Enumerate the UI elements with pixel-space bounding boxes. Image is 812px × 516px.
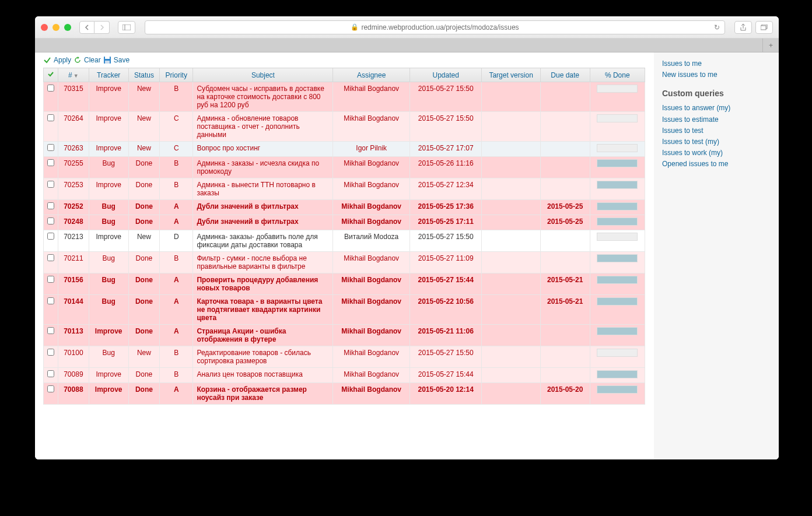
table-row[interactable]: 70100BugNewBРедактирование товаров - сби…: [44, 346, 645, 368]
cell-subject[interactable]: Проверить процедуру добавления новых тов…: [193, 273, 333, 295]
row-checkbox[interactable]: [47, 233, 54, 240]
minimize-window-button[interactable]: [52, 24, 60, 31]
table-row[interactable]: 70252BugDoneAДубли значений в фитльтрахM…: [44, 200, 645, 215]
table-row[interactable]: 70213ImproveNewDАдминка- заказы- добавит…: [44, 230, 645, 252]
cell-subject[interactable]: Дубли значений в фитльтрах: [193, 200, 333, 215]
row-checkbox[interactable]: [47, 181, 54, 188]
table-row[interactable]: 70264ImproveNewCАдминка - обновление тов…: [44, 112, 645, 142]
cell-subject[interactable]: Анализ цен товаров поставщика: [193, 368, 333, 383]
cell-assignee[interactable]: Mikhail Bogdanov: [333, 325, 410, 346]
row-checkbox[interactable]: [47, 254, 54, 261]
col-target-version[interactable]: Target version: [482, 68, 541, 82]
sidebar-toggle-button[interactable]: [118, 21, 135, 34]
cell-subject[interactable]: Админка - вынести ТТН потоварно в заказы: [193, 178, 333, 200]
save-link[interactable]: Save: [114, 56, 130, 64]
sidebar-query-link[interactable]: Issues to test (my): [662, 136, 771, 148]
col-num[interactable]: #▼: [58, 68, 89, 82]
sidebar-query-link[interactable]: Issues to work (my): [662, 148, 771, 159]
col-updated[interactable]: Updated: [410, 68, 482, 82]
cell-id[interactable]: 70211: [58, 252, 89, 273]
cell-id[interactable]: 70113: [58, 325, 89, 346]
cell-assignee[interactable]: Mikhail Bogdanov: [333, 295, 410, 325]
tabs-button[interactable]: [755, 21, 773, 34]
row-checkbox[interactable]: [47, 349, 54, 356]
cell-id[interactable]: 70088: [58, 383, 89, 405]
address-bar[interactable]: 🔒 redmine.webproduction.ua/projects/modo…: [145, 20, 725, 34]
forward-button[interactable]: [94, 21, 110, 34]
cell-assignee[interactable]: Mikhail Bogdanov: [333, 252, 410, 273]
cell-id[interactable]: 70252: [58, 200, 89, 215]
share-button[interactable]: [734, 21, 752, 34]
table-row[interactable]: 70255BugDoneBАдминка - заказы - исчезла …: [44, 157, 645, 178]
cell-subject[interactable]: Редактирование товаров - сбилась сортиро…: [193, 346, 333, 368]
cell-assignee[interactable]: Mikhail Bogdanov: [333, 273, 410, 295]
new-tab-button[interactable]: +: [762, 38, 779, 52]
cell-assignee[interactable]: Mikhail Bogdanov: [333, 157, 410, 178]
cell-id[interactable]: 70213: [58, 230, 89, 252]
cell-assignee[interactable]: Mikhail Bogdanov: [333, 200, 410, 215]
table-row[interactable]: 70315ImproveNewBСубдомен часы - исправит…: [44, 82, 645, 112]
col-status[interactable]: Status: [128, 68, 160, 82]
cell-subject[interactable]: Страница Акции - ошибка отображения в фу…: [193, 325, 333, 346]
sidebar-query-link[interactable]: Issues to answer (my): [662, 103, 771, 114]
cell-assignee[interactable]: Mikhail Bogdanov: [333, 82, 410, 112]
table-row[interactable]: 70144BugDoneAКарточка товара - в вариант…: [44, 295, 645, 325]
table-row[interactable]: 70156BugDoneAПроверить процедуру добавле…: [44, 273, 645, 295]
sidebar-link[interactable]: New issues to me: [662, 69, 771, 80]
row-checkbox[interactable]: [47, 385, 54, 392]
row-checkbox[interactable]: [47, 297, 54, 304]
close-window-button[interactable]: [41, 24, 48, 31]
cell-id[interactable]: 70248: [58, 215, 89, 230]
col-due-date[interactable]: Due date: [540, 68, 590, 82]
cell-id[interactable]: 70255: [58, 157, 89, 178]
cell-assignee[interactable]: Mikhail Bogdanov: [333, 112, 410, 142]
cell-id[interactable]: 70144: [58, 295, 89, 325]
row-checkbox[interactable]: [47, 370, 54, 377]
cell-assignee[interactable]: Mikhail Bogdanov: [333, 346, 410, 368]
table-row[interactable]: 70088ImproveDoneAКорзина - отображается …: [44, 383, 645, 405]
cell-id[interactable]: 70263: [58, 142, 89, 157]
sidebar-query-link[interactable]: Issues to test: [662, 125, 771, 136]
cell-subject[interactable]: Админка - заказы - исчезла скидка по про…: [193, 157, 333, 178]
cell-id[interactable]: 70156: [58, 273, 89, 295]
cell-id[interactable]: 70264: [58, 112, 89, 142]
reload-icon[interactable]: ↻: [714, 23, 720, 31]
cell-id[interactable]: 70100: [58, 346, 89, 368]
sidebar-query-link[interactable]: Opened issues to me: [662, 159, 771, 170]
clear-link[interactable]: Clear: [84, 56, 101, 64]
cell-id[interactable]: 70089: [58, 368, 89, 383]
cell-subject[interactable]: Админка - обновление товаров поставщика …: [193, 112, 333, 142]
row-checkbox[interactable]: [47, 202, 54, 209]
cell-assignee[interactable]: Mikhail Bogdanov: [333, 178, 410, 200]
cell-assignee[interactable]: Виталий Modoza: [333, 230, 410, 252]
table-row[interactable]: 70248BugDoneAДубли значений в фитльтрахM…: [44, 215, 645, 230]
select-all-header[interactable]: [44, 68, 58, 82]
row-checkbox[interactable]: [47, 144, 54, 151]
cell-id[interactable]: 70253: [58, 178, 89, 200]
row-checkbox[interactable]: [47, 217, 54, 224]
col-assignee[interactable]: Assignee: [333, 68, 410, 82]
row-checkbox[interactable]: [47, 327, 54, 334]
sidebar-query-link[interactable]: Issues to estimate: [662, 114, 771, 125]
cell-subject[interactable]: Субдомен часы - исправить в доставке на …: [193, 82, 333, 112]
table-row[interactable]: 70113ImproveDoneAСтраница Акции - ошибка…: [44, 325, 645, 346]
cell-subject[interactable]: Фильтр - сумки - после выбора не правиль…: [193, 252, 333, 273]
row-checkbox[interactable]: [47, 159, 54, 166]
table-row[interactable]: 70089ImproveDoneBАнализ цен товаров пост…: [44, 368, 645, 383]
zoom-window-button[interactable]: [64, 24, 71, 31]
table-row[interactable]: 70263ImproveNewCВопрос про хостингIgor P…: [44, 142, 645, 157]
cell-subject[interactable]: Карточка товара - в варианты цвета не по…: [193, 295, 333, 325]
cell-subject[interactable]: Корзина - отображается размер ноусайз пр…: [193, 383, 333, 405]
cell-id[interactable]: 70315: [58, 82, 89, 112]
cell-assignee[interactable]: Mikhail Bogdanov: [333, 368, 410, 383]
cell-subject[interactable]: Вопрос про хостинг: [193, 142, 333, 157]
col-tracker[interactable]: Tracker: [89, 68, 128, 82]
sidebar-link[interactable]: Issues to me: [662, 58, 771, 69]
cell-assignee[interactable]: Igor Pilnik: [333, 142, 410, 157]
table-row[interactable]: 70211BugDoneBФильтр - сумки - после выбо…: [44, 252, 645, 273]
row-checkbox[interactable]: [47, 114, 54, 121]
row-checkbox[interactable]: [47, 276, 54, 283]
row-checkbox[interactable]: [47, 85, 54, 92]
col-done[interactable]: % Done: [590, 68, 645, 82]
cell-subject[interactable]: Дубли значений в фитльтрах: [193, 215, 333, 230]
